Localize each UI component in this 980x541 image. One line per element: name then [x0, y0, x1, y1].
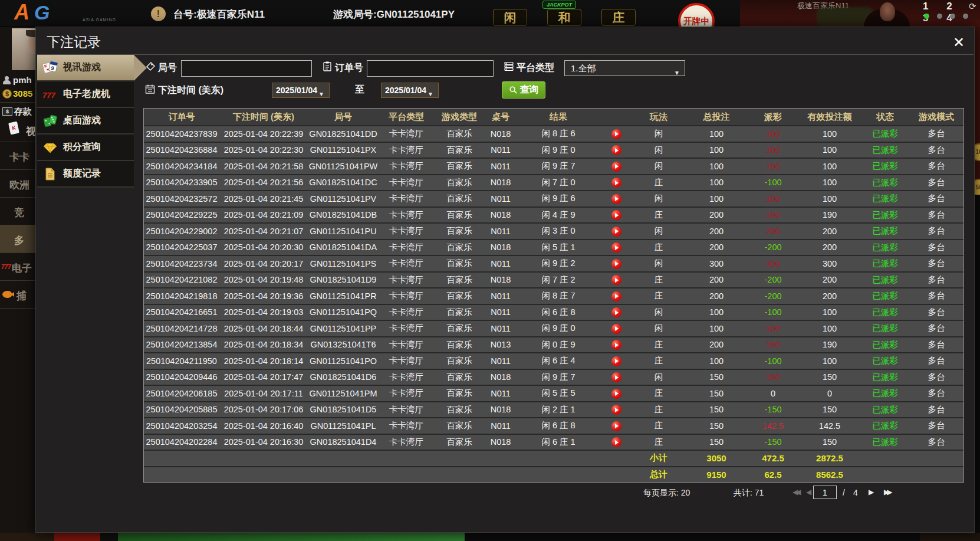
table-number-label: 台号:极速百家乐N11 [173, 8, 265, 21]
menu-item-video-games[interactable]: K 9 视讯游戏 [37, 55, 134, 81]
table-row[interactable]: 2501042042094462025-01-04 20:17:47GN0182… [144, 369, 963, 385]
cell-status: 已派彩 [861, 128, 909, 139]
cell-bet: 100 [685, 307, 748, 317]
bg-category-europe[interactable]: 欧洲 [9, 178, 29, 192]
slot-777-icon: 777 [42, 87, 58, 102]
deposit-button[interactable]: 存款 [14, 106, 32, 117]
bg-category-fishing[interactable]: 捕 [17, 289, 27, 303]
cell-time: 2025-01-04 20:21:09 [219, 210, 308, 219]
cell-mode: 多台 [909, 128, 963, 139]
table-row[interactable]: 2501042042119502025-01-04 20:18:14GN0112… [144, 352, 963, 369]
replay-icon[interactable] [611, 356, 621, 366]
table-row[interactable]: 2501042042198182025-01-04 20:19:36GN0112… [144, 287, 963, 304]
table-row[interactable]: 2501042042378392025-01-04 20:22:39GN0182… [144, 125, 963, 142]
table-row[interactable]: 2501042042138542025-01-04 20:18:34GN0132… [144, 336, 963, 353]
info-icon[interactable]: ! [151, 6, 166, 21]
replay-icon[interactable] [611, 145, 621, 155]
close-icon[interactable]: ✕ [953, 34, 965, 51]
table-row[interactable]: 2501042042237342025-01-04 20:20:17GN0112… [144, 255, 963, 271]
refresh-icon[interactable]: ⟳ [969, 1, 976, 12]
table-row[interactable]: 2501042042341842025-01-04 20:21:58GN0112… [144, 158, 963, 174]
table-row[interactable]: 2501042042250372025-01-04 20:20:30GN0182… [144, 239, 963, 255]
bg-category-slots[interactable]: 电子 [12, 261, 32, 275]
dealer-video: 极速百家乐N11 1 2 3 4 ⟳ [740, 0, 980, 27]
replay-icon[interactable] [611, 291, 621, 301]
avatar[interactable] [12, 28, 35, 70]
bg-category-jing[interactable]: 竞 [14, 206, 24, 219]
replay-icon[interactable] [611, 162, 621, 172]
replay-icon[interactable] [611, 210, 621, 220]
cell-play: 闲 [632, 258, 685, 269]
cell-valid: 100 [798, 324, 861, 333]
bet-banker-button[interactable]: 庄 [601, 9, 636, 26]
replay-icon[interactable] [611, 259, 621, 269]
round-input[interactable] [181, 60, 312, 77]
table-row[interactable]: 2501042042061852025-01-04 20:17:11GN0112… [144, 385, 963, 401]
cell-order: 250104204209446 [144, 372, 219, 382]
page-input[interactable] [813, 486, 837, 499]
cell-status: 已派彩 [861, 209, 909, 221]
cell-game: 百家乐 [434, 307, 485, 318]
cell-time: 2025-01-04 20:17:11 [219, 389, 308, 398]
table-row[interactable]: 2501042042325722025-01-04 20:21:45GN0112… [144, 190, 963, 206]
game-round-label: 游戏局号:GN011251041PY [333, 8, 455, 21]
cell-status: 已派彩 [861, 437, 909, 448]
cell-payout: -100 [748, 178, 798, 187]
replay-icon[interactable] [611, 178, 621, 188]
replay-icon[interactable] [611, 340, 621, 350]
cell-time: 2025-01-04 20:19:03 [219, 307, 308, 317]
bg-category-kaka[interactable]: 卡卡 [9, 150, 29, 164]
platform-select[interactable]: 1.全部 ▼ [564, 60, 685, 76]
cell-play: 闲 [632, 372, 685, 383]
replay-icon[interactable] [611, 324, 621, 334]
replay-icon[interactable] [611, 437, 621, 447]
date-to-picker[interactable]: 2025/01/04 ▼ [381, 83, 439, 98]
cell-result: 闲 2 庄 1 [517, 404, 600, 415]
cell-mode: 多台 [909, 339, 963, 350]
cell-time: 2025-01-04 20:16:40 [219, 421, 308, 431]
bet-player-button[interactable]: 闲 [493, 9, 527, 26]
cell-game: 百家乐 [434, 290, 485, 301]
bet-tie-button[interactable]: 和 [547, 9, 581, 26]
subtotal-bet: 3050 [685, 453, 748, 463]
cell-platform: 卡卡湾厅 [379, 258, 434, 269]
chevron-down-icon: ▼ [318, 87, 324, 101]
bg-category-duo[interactable]: 多 [14, 234, 24, 247]
order-input[interactable] [367, 60, 494, 77]
table-row[interactable]: 2501042042166512025-01-04 20:19:03GN0112… [144, 304, 963, 320]
menu-item-slots[interactable]: 777 电子老虎机 [37, 81, 134, 108]
menu-item-quota[interactable]: 额度记录 [37, 161, 134, 188]
date-from-picker[interactable]: 2025/01/04 ▼ [272, 83, 330, 98]
cell-status: 已派彩 [861, 193, 909, 204]
replay-icon[interactable] [611, 389, 621, 399]
table-row[interactable]: 2501042042058852025-01-04 20:17:06GN0182… [144, 401, 963, 418]
last-page-icon[interactable]: ▶▶ [884, 488, 890, 496]
table-row[interactable]: 2501042042339052025-01-04 20:21:56GN0182… [144, 174, 963, 191]
cell-round: GN011251041PL [308, 421, 379, 431]
replay-icon[interactable] [611, 421, 621, 431]
replay-icon[interactable] [611, 242, 621, 253]
replay-icon[interactable] [611, 307, 621, 317]
replay-icon[interactable] [611, 372, 621, 382]
table-row[interactable]: 2501042042147282025-01-04 20:18:44GN0112… [144, 320, 963, 336]
table-row[interactable]: 2501042042032542025-01-04 20:16:40GN0112… [144, 417, 963, 434]
table-row[interactable]: 2501042042022842025-01-04 20:16:30GN0182… [144, 434, 963, 450]
replay-icon[interactable] [611, 405, 621, 415]
menu-item-table-games[interactable]: 桌面游戏 [37, 108, 134, 135]
cell-bet: 100 [685, 162, 748, 171]
prev-page-icon[interactable]: ◀ [806, 488, 811, 496]
table-row[interactable]: 2501042042210822025-01-04 20:19:48GN0182… [144, 271, 963, 288]
search-button[interactable]: 查询 [502, 81, 545, 99]
next-page-icon[interactable]: ▶ [869, 488, 874, 496]
table-row[interactable]: 2501042042292252025-01-04 20:21:09GN0182… [144, 206, 963, 223]
table-row[interactable]: 2501042042368842025-01-04 20:22:30GN0112… [144, 142, 963, 158]
replay-icon[interactable] [611, 275, 621, 285]
replay-icon[interactable] [611, 129, 621, 139]
bg-video-item[interactable]: 视 [26, 124, 36, 138]
first-page-icon[interactable]: ◀◀ [792, 488, 798, 496]
menu-item-points[interactable]: 积分查询 [37, 135, 134, 161]
table-row[interactable]: 2501042042290022025-01-04 20:21:07GN0112… [144, 222, 963, 239]
replay-icon[interactable] [611, 194, 621, 204]
replay-icon[interactable] [611, 227, 621, 237]
cell-order: 250104204211950 [144, 356, 219, 366]
